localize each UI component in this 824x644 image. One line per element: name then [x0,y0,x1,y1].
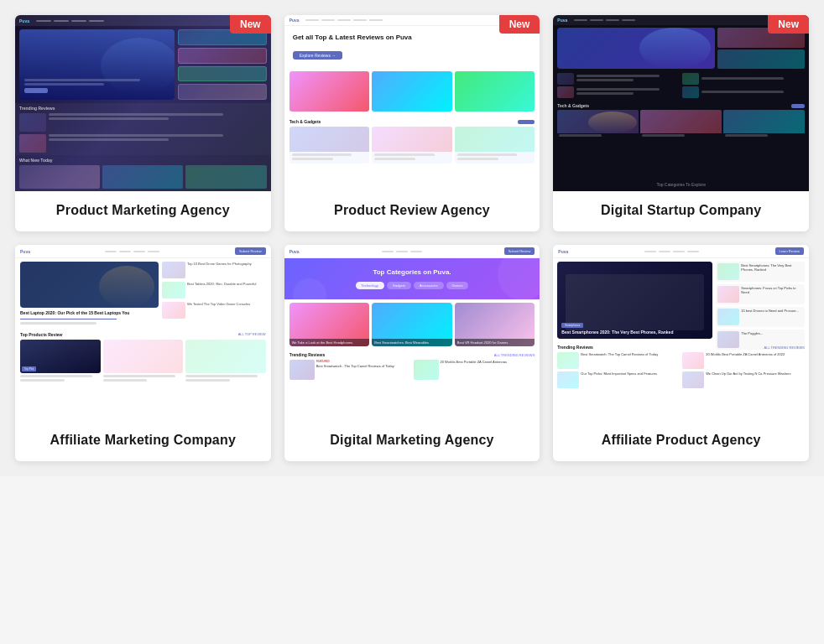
new-badge-3: New [768,15,809,34]
card3-title: Digital Startup Company [553,191,809,231]
card2-mockscreen: Puva Get all Top & Latest Reviews on Puv… [284,15,540,191]
card2-title: Product Review Agency [284,191,540,231]
product-grid: New Puva Explore [0,0,824,476]
card-digital-startup[interactable]: New Puva [553,15,809,231]
card4-preview: Puva Submit Review [15,245,271,421]
card6-mockscreen: Puva Learn Review Smartphones [553,245,809,421]
card1-title: Product Marketing Agency [15,191,271,231]
card-digital-marketing[interactable]: Puva Submit Review Top Categories on Puv… [284,245,540,461]
card-product-marketing[interactable]: New Puva Explore [15,15,271,231]
card4-title: Affiliate Marketing Company [15,421,271,461]
card6-preview: Puva Learn Review Smartphones [553,245,809,421]
card3-preview: New Puva [553,15,809,191]
card4-mockscreen: Puva Submit Review [15,245,271,421]
card5-mockscreen: Puva Submit Review Top Categories on Puv… [284,245,540,421]
card1-preview: New Puva Explore [15,15,271,191]
card3-mockscreen: Puva [553,15,809,191]
card-affiliate-product[interactable]: Puva Learn Review Smartphones [553,245,809,461]
card1-mockscreen: Puva Explore [15,15,271,191]
card5-preview: Puva Submit Review Top Categories on Puv… [284,245,540,421]
card2-preview: New Puva Get all Top & Latest Reviews on… [284,15,540,191]
new-badge-1: New [230,15,271,34]
card-product-review[interactable]: New Puva Get all Top & Latest Reviews on… [284,15,540,231]
card6-title: Affiliate Product Agency [553,421,809,461]
card5-title: Digital Marketing Agency [284,421,540,461]
card-affiliate-marketing[interactable]: Puva Submit Review [15,245,271,461]
new-badge-2: New [499,15,540,34]
